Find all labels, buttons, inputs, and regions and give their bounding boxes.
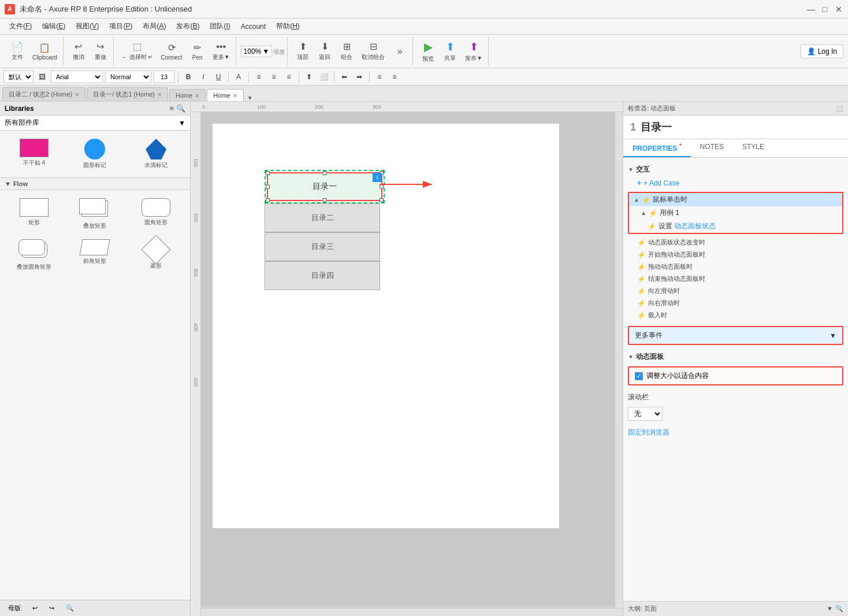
toolbar-preview-btn[interactable]: ▶ 预览 — [418, 39, 438, 64]
valign-mid-btn[interactable]: ⬜ — [318, 70, 330, 83]
tab-home2-close[interactable]: ✕ — [233, 92, 237, 99]
panel-menu-icon[interactable]: ≡ — [169, 104, 174, 113]
tab-home2[interactable]: Home ✕ — [207, 89, 243, 101]
zoom-select[interactable]: 100% ▼ — [241, 46, 273, 57]
bottom-forward-btn[interactable]: ↪ — [46, 603, 58, 613]
flow-rounded-stack[interactable]: 叠放圆角矩形 — [5, 236, 64, 274]
tab-dropdown-btn[interactable]: ▼ — [247, 95, 253, 101]
menu-project[interactable]: 项目(P) — [105, 20, 137, 33]
menu-help[interactable]: 帮助(H) — [271, 20, 304, 33]
toolbar-chevron-btn[interactable]: » — [389, 45, 410, 58]
toolbar-top-btn[interactable]: ⬆ 顶层 — [292, 40, 313, 62]
event-drag-start[interactable]: ⚡ 开始拖动动态面板时 — [633, 248, 843, 261]
event-load[interactable]: ⚡ 载入时 — [633, 309, 843, 321]
toolbar-publish-btn[interactable]: ⬆ 发布▼ — [462, 39, 486, 64]
toolbar-back-btn[interactable]: ⬇ 返回 — [314, 40, 335, 62]
filter-icon[interactable]: ▼ — [827, 605, 833, 613]
pin-link[interactable]: 固定到浏览器 — [628, 425, 843, 440]
flow-slant[interactable]: 斜角矩形 — [66, 236, 125, 274]
handle-mr[interactable] — [380, 185, 384, 189]
tab-mulu2-close[interactable]: ✕ — [75, 91, 79, 98]
scroll-select[interactable]: 无 — [628, 407, 663, 421]
toolbar-select-btn[interactable]: ⬚ ← 选择时 ↵ — [118, 40, 157, 62]
weight-select[interactable]: Normal — [105, 70, 151, 83]
bottom-search-btn[interactable]: 🔍 — [62, 603, 77, 613]
font-color-btn[interactable]: A — [232, 70, 245, 83]
style-select[interactable]: 默认 — [3, 70, 34, 83]
toolbar-more-btn[interactable]: ••• 更多▼ — [209, 40, 233, 62]
toolbar-pen-btn[interactable]: ✏ Pen — [187, 41, 208, 62]
canvas-scrollbar-horizontal[interactable] — [201, 608, 623, 616]
font-select[interactable]: Arial — [51, 70, 103, 83]
toolbar-group-btn[interactable]: ⊞ 组合 — [336, 40, 357, 62]
event-state-change[interactable]: ⚡ 动态面板状态改变时 — [633, 236, 843, 248]
menu-file[interactable]: 文件(F) — [5, 20, 36, 33]
toolbar-clipboard-btn[interactable]: 📋 Clipboard — [29, 41, 61, 62]
masters-btn[interactable]: 母版 — [5, 603, 24, 614]
library-dropdown[interactable]: 所有部件库 ▼ — [0, 116, 190, 131]
italic-button[interactable]: I — [197, 70, 210, 83]
handle-ml[interactable] — [266, 185, 270, 189]
align-left-btn[interactable]: ≡ — [252, 70, 265, 83]
event-swipe-right[interactable]: ⚡ 向右滑动时 — [633, 297, 843, 309]
tab-mulu2[interactable]: 目录二 / 状态2 (Home) ✕ — [2, 87, 85, 101]
toolbar-share-btn[interactable]: ⬆ 共享 — [440, 39, 460, 64]
font-size-input[interactable] — [154, 70, 174, 83]
handle-br[interactable] — [380, 198, 384, 202]
component-teardrop-marker[interactable]: 水滴标记 — [127, 135, 185, 173]
menu-team[interactable]: 团队(I) — [205, 20, 235, 33]
indent-btn[interactable]: ⬅ — [338, 70, 351, 83]
dp-section-toggle[interactable]: ▼ 动态面板 — [628, 350, 843, 364]
flow-rect-stack[interactable]: 叠放矩形 — [66, 195, 125, 233]
flow-section-header[interactable]: ▼ Flow — [0, 177, 190, 190]
tab-mulu1[interactable]: 目录一/ 状态1 (Home) ✕ — [87, 87, 168, 101]
toolbar-undo-btn[interactable]: ↩ 撤消 — [68, 40, 89, 62]
more-events-dropdown[interactable]: 更多事件 ▼ — [628, 326, 843, 345]
dynamic-panel-link[interactable]: 动态面板状态 — [674, 222, 716, 230]
menu-edit[interactable]: 编辑(E) — [38, 20, 70, 33]
align-center-btn[interactable]: ≡ — [267, 70, 280, 83]
tree-set-state[interactable]: ⚡ 设置 动态面板状态 — [629, 220, 842, 233]
maximize-button[interactable]: □ — [820, 5, 830, 14]
handle-bl[interactable] — [266, 198, 270, 202]
minimize-button[interactable]: — — [806, 5, 816, 14]
toolbar-new-btn[interactable]: 📄 文件 — [7, 40, 28, 62]
bold-button[interactable]: B — [182, 70, 195, 83]
bottom-back-btn[interactable]: ↩ — [29, 603, 41, 613]
toolbar-ungroup-btn[interactable]: ⊟ 取消组合 — [358, 40, 388, 62]
widget-mulu1[interactable]: 目录一 1 — [267, 172, 382, 201]
toolbar-redo-btn[interactable]: ↪ 重做 — [90, 40, 111, 62]
sub-item-mulu2[interactable]: 目录二 — [265, 203, 380, 232]
menu-account[interactable]: Account — [236, 21, 270, 32]
login-button[interactable]: 👤 Log In — [801, 44, 843, 58]
widget-container[interactable]: 目录一 1 目录二 目录三 目录四 — [265, 170, 385, 290]
bullet-btn[interactable]: ≡ — [373, 70, 386, 83]
interaction-section-toggle[interactable]: ▼ 交互 — [628, 162, 843, 177]
sub-item-mulu3[interactable]: 目录三 — [265, 232, 380, 261]
fit-content-checkbox[interactable]: ✓ — [635, 372, 643, 380]
event-drag-end[interactable]: ⚡ 结束拖动动态面板时 — [633, 273, 843, 285]
menu-layout[interactable]: 布局(A) — [138, 20, 170, 33]
menu-publish[interactable]: 发布(B) — [172, 20, 204, 33]
menu-view[interactable]: 视图(V) — [71, 20, 103, 33]
flow-diamond[interactable]: 菱形 — [127, 236, 185, 274]
add-case-btn[interactable]: + + Add Case — [628, 177, 843, 190]
outdent-btn[interactable]: ➡ — [353, 70, 366, 83]
format-icon-btn[interactable]: 🖼 — [36, 70, 49, 83]
canvas-content[interactable]: 目录一 1 目录二 目录三 目录四 — [201, 112, 623, 606]
sub-item-mulu4[interactable]: 目录四 — [265, 261, 380, 290]
tab-properties[interactable]: PROPERTIES * — [623, 139, 691, 157]
tab-style[interactable]: STYLE — [733, 139, 773, 157]
inspector-icon[interactable]: ⬜ — [835, 105, 843, 112]
tab-mulu1-close[interactable]: ✕ — [157, 91, 162, 98]
search-icon[interactable]: 🔍 — [835, 605, 843, 613]
number-btn[interactable]: ≡ — [388, 70, 401, 83]
handle-bm[interactable] — [323, 198, 327, 202]
flow-rect[interactable]: 矩形 — [5, 195, 64, 233]
panel-search-icon[interactable]: 🔍 — [176, 104, 185, 113]
canvas-scrollbar-vertical[interactable] — [615, 112, 623, 608]
handle-tl[interactable] — [266, 171, 270, 175]
tab-notes[interactable]: NOTES — [691, 139, 733, 157]
tab-home1[interactable]: Home ✕ — [169, 89, 206, 101]
component-circle-marker[interactable]: 圆形标记 — [66, 135, 125, 173]
